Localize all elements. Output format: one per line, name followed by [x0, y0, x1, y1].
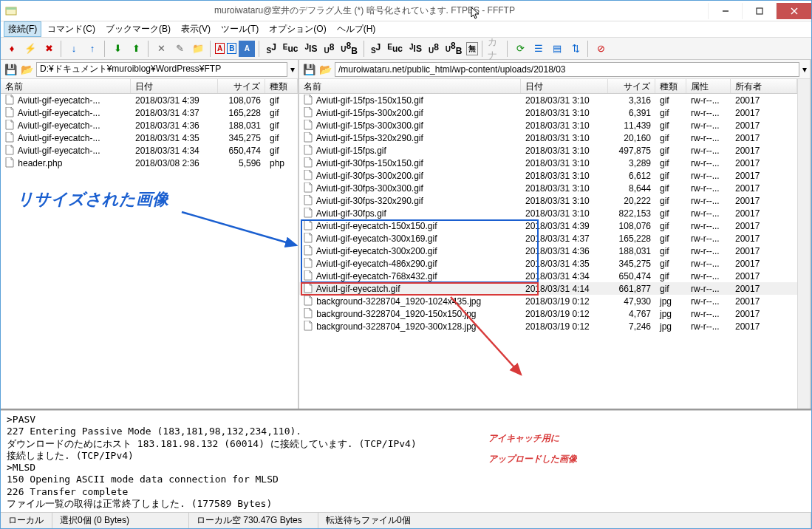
- menu-view[interactable]: 表示(V): [177, 21, 215, 37]
- connect-icon[interactable]: ♦: [4, 41, 20, 57]
- col-name[interactable]: 名前: [299, 79, 521, 93]
- euc-send-icon[interactable]: Euc: [385, 41, 405, 55]
- local-up-icon[interactable]: 📂: [20, 63, 33, 76]
- remote-up-icon[interactable]: 📂: [318, 63, 332, 76]
- remote-path-dropdown-icon[interactable]: ▾: [802, 64, 807, 75]
- table-row[interactable]: Aviutl-gif-eyecatch.gif2018/03/31 4:1466…: [299, 282, 797, 295]
- table-row[interactable]: Aviutl-gif-eyecatch-486x290.gif2018/03/3…: [299, 257, 797, 270]
- kana-icon[interactable]: カナ: [487, 41, 503, 57]
- table-row[interactable]: Aviutl-gif-15fps-300x300.gif2018/03/31 3…: [299, 119, 797, 132]
- app-icon: [5, 5, 17, 17]
- menu-help[interactable]: ヘルプ(H): [332, 21, 381, 37]
- table-row[interactable]: Aviutl-gif-30fps.gif2018/03/31 3:10822,1…: [299, 207, 797, 219]
- col-type[interactable]: 種類: [265, 79, 298, 93]
- svg-line-6: [182, 212, 296, 245]
- col-owner[interactable]: 所有者: [731, 79, 797, 93]
- status-free-space: ローカル空 730.47G Bytes: [189, 513, 318, 528]
- log-pane[interactable]: >PASV227 Entering Passive Mode (183,181,…: [1, 410, 811, 512]
- local-path-dropdown-icon[interactable]: ▾: [290, 64, 295, 75]
- table-row[interactable]: Aviutl-gif-15fps-150x150.gif2018/03/31 3…: [299, 94, 797, 106]
- local-file-list[interactable]: Aviutl-gif-eyecatch-...2018/03/31 4:3910…: [1, 94, 298, 409]
- local-path-input[interactable]: [36, 62, 287, 77]
- col-perm[interactable]: 属性: [686, 79, 731, 93]
- delete-icon[interactable]: ✕: [153, 41, 169, 57]
- table-row[interactable]: Aviutl-gif-30fps-320x290.gif2018/03/31 3…: [299, 194, 797, 207]
- sjis-recv-icon[interactable]: SJ: [264, 41, 278, 56]
- status-local: ローカル: [1, 513, 52, 528]
- detail-icon[interactable]: ▤: [549, 41, 565, 57]
- menu-bookmark[interactable]: ブックマーク(B): [101, 21, 175, 37]
- table-row[interactable]: background-3228704_1920-150x150.jpg2018/…: [299, 307, 797, 320]
- utf8-recv-icon[interactable]: U8: [321, 41, 336, 56]
- table-row[interactable]: Aviutl-gif-eyecatch-...2018/03/31 4:3716…: [1, 106, 298, 119]
- table-row[interactable]: background-3228704_1920-300x128.jpg2018/…: [299, 320, 797, 332]
- close-button[interactable]: [776, 3, 811, 19]
- remote-path-input[interactable]: [335, 62, 799, 77]
- table-row[interactable]: Aviutl-gif-eyecatch-...2018/03/31 4:3618…: [1, 119, 298, 132]
- utf8b-recv-icon[interactable]: U8B: [338, 39, 360, 58]
- table-row[interactable]: background-3228704_1920-1024x435.jpg2018…: [299, 295, 797, 307]
- mkdir-icon[interactable]: 📁: [190, 41, 206, 57]
- download-icon[interactable]: ↓: [66, 41, 82, 57]
- table-row[interactable]: Aviutl-gif-eyecatch-300x200.gif2018/03/3…: [299, 245, 797, 257]
- mirror-upload-icon[interactable]: ⬆: [128, 41, 144, 57]
- utf8-send-icon[interactable]: U8: [426, 41, 441, 56]
- table-row[interactable]: Aviutl-gif-15fps-300x200.gif2018/03/31 3…: [299, 106, 797, 119]
- remote-drive-icon[interactable]: 💾: [302, 63, 315, 76]
- menu-bar: 接続(F) コマンド(C) ブックマーク(B) 表示(V) ツール(T) オプシ…: [1, 21, 811, 38]
- table-row[interactable]: Aviutl-gif-eyecatch-150x150.gif2018/03/3…: [299, 219, 797, 232]
- local-list-header: 名前 日付 サイズ 種類: [1, 79, 298, 94]
- refresh-icon[interactable]: ⟳: [512, 41, 528, 57]
- rename-icon[interactable]: ✎: [171, 41, 188, 57]
- abort-icon[interactable]: ⊘: [593, 41, 609, 57]
- minimize-button[interactable]: [708, 3, 742, 19]
- table-row[interactable]: header.php2018/03/08 2:365,596php: [1, 157, 298, 169]
- utf8b-send-icon[interactable]: U8B: [443, 39, 465, 58]
- sjis-send-icon[interactable]: SJ: [369, 41, 383, 56]
- col-size[interactable]: サイズ: [218, 79, 265, 93]
- remote-scrollbar[interactable]: [797, 79, 810, 409]
- table-row[interactable]: Aviutl-gif-eyecatch-300x169.gif2018/03/3…: [299, 232, 797, 245]
- binary-mode-icon[interactable]: B: [227, 43, 236, 54]
- status-bar: ローカル 選択0個 (0 Bytes) ローカル空 730.47G Bytes …: [1, 512, 811, 528]
- svg-rect-1: [6, 7, 16, 10]
- annotation-resized-images: リサイズされた画像: [17, 188, 168, 211]
- menu-tool[interactable]: ツール(T): [216, 21, 263, 37]
- quick-connect-icon[interactable]: ⚡: [22, 41, 38, 57]
- table-row[interactable]: Aviutl-gif-15fps.gif2018/03/31 3:10497,8…: [299, 144, 797, 157]
- sync-icon[interactable]: ⇅: [567, 41, 584, 57]
- jis-recv-icon[interactable]: JIS: [303, 41, 320, 55]
- maximize-button[interactable]: [742, 3, 776, 19]
- svg-rect-3: [757, 8, 762, 14]
- local-drive-icon[interactable]: 💾: [4, 63, 17, 76]
- col-date[interactable]: 日付: [131, 79, 218, 93]
- remote-file-list[interactable]: Aviutl-gif-15fps-150x150.gif2018/03/31 3…: [299, 94, 797, 409]
- upload-icon[interactable]: ↑: [84, 41, 100, 57]
- table-row[interactable]: Aviutl-gif-15fps-320x290.gif2018/03/31 3…: [299, 132, 797, 144]
- col-type[interactable]: 種類: [655, 79, 686, 93]
- euc-recv-icon[interactable]: Euc: [281, 41, 301, 55]
- disconnect-icon[interactable]: ✖: [41, 41, 57, 57]
- col-name[interactable]: 名前: [1, 79, 131, 93]
- col-date[interactable]: 日付: [521, 79, 608, 93]
- status-queue: 転送待ちファイル0個: [318, 513, 811, 528]
- menu-command[interactable]: コマンド(C): [43, 21, 100, 37]
- local-pane: 💾 📂 ▾ 名前 日付 サイズ 種類 Aviutl-gif-eyecatch-.…: [1, 60, 299, 409]
- no-kanji-icon[interactable]: 無: [466, 42, 478, 55]
- menu-option[interactable]: オプション(O): [265, 21, 330, 37]
- table-row[interactable]: Aviutl-gif-eyecatch-...2018/03/31 4:3910…: [1, 94, 298, 106]
- auto-mode-icon[interactable]: A: [239, 41, 255, 57]
- list-icon[interactable]: ☰: [530, 41, 547, 57]
- mirror-download-icon[interactable]: ⬇: [109, 41, 126, 57]
- table-row[interactable]: Aviutl-gif-30fps-300x300.gif2018/03/31 3…: [299, 182, 797, 194]
- table-row[interactable]: Aviutl-gif-30fps-300x200.gif2018/03/31 3…: [299, 169, 797, 182]
- ascii-mode-icon[interactable]: A: [215, 43, 225, 54]
- menu-connect[interactable]: 接続(F): [4, 21, 41, 37]
- table-row[interactable]: Aviutl-gif-eyecatch-768x432.gif2018/03/3…: [299, 270, 797, 282]
- table-row[interactable]: Aviutl-gif-eyecatch-...2018/03/31 4:3534…: [1, 132, 298, 144]
- window-title: muroiwataru@室井のデフラグ人生 (*) 暗号化されています. FTP…: [21, 4, 708, 17]
- jis-send-icon[interactable]: JIS: [407, 41, 424, 55]
- table-row[interactable]: Aviutl-gif-30fps-150x150.gif2018/03/31 3…: [299, 157, 797, 169]
- table-row[interactable]: Aviutl-gif-eyecatch-...2018/03/31 4:3465…: [1, 144, 298, 157]
- col-size[interactable]: サイズ: [608, 79, 655, 93]
